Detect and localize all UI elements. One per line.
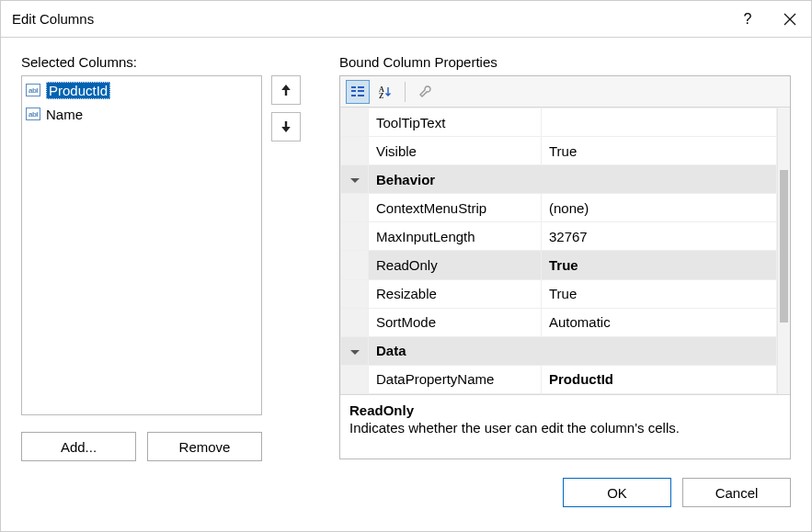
property-category-row[interactable]: Behavior	[341, 165, 777, 194]
expand-toggle-cell[interactable]	[341, 165, 369, 194]
property-value-cell[interactable]: True	[542, 251, 777, 279]
dialog-buttons: OK Cancel	[1, 469, 811, 507]
property-description-panel: ReadOnly Indicates whether the user can …	[340, 394, 790, 458]
selected-columns-panel: Selected Columns: abl ProductId abl Name	[21, 54, 325, 461]
property-name-cell[interactable]: ToolTipText	[369, 108, 542, 137]
alphabetical-view-button[interactable]: A Z	[373, 80, 397, 104]
scrollbar-thumb[interactable]	[780, 170, 788, 323]
property-name-cell[interactable]: DataPropertyName	[369, 365, 542, 393]
move-up-button[interactable]	[271, 75, 301, 105]
property-row[interactable]: ToolTipText	[341, 108, 777, 137]
property-row[interactable]: ReadOnlyTrue	[341, 251, 777, 279]
property-value-cell[interactable]: Automatic	[542, 308, 777, 336]
property-grid[interactable]: ToolTipTextVisibleTrueBehaviorContextMen…	[340, 108, 777, 394]
list-item[interactable]: abl ProductId	[22, 78, 261, 102]
textbox-column-icon: abl	[26, 108, 40, 120]
svg-rect-5	[358, 95, 364, 96]
reorder-buttons	[271, 75, 301, 415]
svg-rect-2	[358, 86, 364, 88]
property-category-label: Data	[369, 336, 777, 365]
property-description-title: ReadOnly	[349, 402, 781, 418]
property-description-body: Indicates whether the user can edit the …	[349, 420, 781, 436]
help-button[interactable]: ?	[726, 1, 769, 38]
property-row[interactable]: MaxInputLength32767	[341, 222, 777, 251]
property-value-cell[interactable]: True	[542, 137, 777, 165]
ok-button[interactable]: OK	[563, 478, 671, 507]
bound-properties-panel: Bound Column Properties A	[339, 54, 791, 461]
property-gutter-cell	[341, 251, 369, 279]
list-item[interactable]: abl Name	[22, 102, 261, 126]
property-row[interactable]: DataPropertyNameProductId	[341, 365, 777, 393]
property-gutter-cell	[341, 365, 369, 393]
property-value-cell[interactable]: ProductId	[542, 365, 777, 393]
chevron-down-icon	[350, 350, 360, 355]
bound-properties-label: Bound Column Properties	[339, 54, 791, 70]
svg-rect-1	[351, 90, 356, 92]
svg-rect-4	[351, 95, 356, 96]
svg-rect-3	[358, 90, 364, 92]
add-button[interactable]: Add...	[21, 432, 136, 461]
property-gutter-cell	[341, 194, 369, 222]
cancel-button[interactable]: Cancel	[682, 478, 791, 507]
list-item-label: Name	[46, 107, 83, 122]
property-row[interactable]: SortModeAutomatic	[341, 308, 777, 336]
close-button[interactable]	[769, 1, 811, 38]
expand-toggle-cell[interactable]	[341, 336, 369, 365]
property-gutter-cell	[341, 222, 369, 251]
property-grid-toolbar: A Z	[340, 76, 790, 108]
selected-columns-label: Selected Columns:	[21, 54, 325, 70]
property-gutter-cell	[341, 279, 369, 308]
arrow-up-icon	[280, 85, 292, 96]
property-value-cell[interactable]: 32767	[542, 222, 777, 251]
categorized-view-button[interactable]	[346, 80, 370, 104]
dialog-content: Selected Columns: abl ProductId abl Name	[1, 38, 811, 469]
property-value-cell[interactable]: (none)	[542, 194, 777, 222]
wrench-icon	[417, 85, 432, 99]
property-category-row[interactable]: Data	[341, 336, 777, 365]
property-category-label: Behavior	[369, 165, 777, 194]
property-row[interactable]: ContextMenuStrip(none)	[341, 194, 777, 222]
property-pages-button[interactable]	[413, 80, 437, 104]
property-grid-container: A Z ToolTipTextVisibleTrueBehaviorContex…	[339, 75, 791, 459]
property-value-cell[interactable]: True	[542, 279, 777, 308]
chevron-down-icon	[350, 178, 360, 183]
toolbar-divider	[405, 82, 406, 102]
property-name-cell[interactable]: Visible	[369, 137, 542, 165]
property-name-cell[interactable]: MaxInputLength	[369, 222, 542, 251]
property-value-cell[interactable]	[542, 108, 777, 137]
property-gutter-cell	[341, 308, 369, 336]
title-bar: Edit Columns ?	[1, 1, 811, 38]
arrow-down-icon	[280, 121, 292, 132]
property-row[interactable]: VisibleTrue	[341, 137, 777, 165]
categorized-icon	[350, 85, 365, 99]
property-gutter-cell	[341, 137, 369, 165]
property-gutter-cell	[341, 108, 369, 137]
window-title: Edit Columns	[12, 11, 726, 27]
move-down-button[interactable]	[271, 112, 301, 141]
property-name-cell[interactable]: ReadOnly	[369, 251, 542, 279]
textbox-column-icon: abl	[26, 84, 40, 96]
alphabetical-icon: A Z	[378, 85, 393, 99]
list-item-label: ProductId	[46, 82, 110, 99]
svg-text:Z: Z	[379, 92, 383, 99]
svg-rect-0	[351, 86, 356, 88]
property-grid-scrollbar[interactable]	[777, 108, 790, 394]
remove-button[interactable]: Remove	[147, 432, 262, 461]
property-row[interactable]: ResizableTrue	[341, 279, 777, 308]
property-name-cell[interactable]: Resizable	[369, 279, 542, 308]
close-icon	[783, 13, 796, 26]
selected-columns-listbox[interactable]: abl ProductId abl Name	[21, 75, 262, 415]
property-name-cell[interactable]: SortMode	[369, 308, 542, 336]
property-name-cell[interactable]: ContextMenuStrip	[369, 194, 542, 222]
